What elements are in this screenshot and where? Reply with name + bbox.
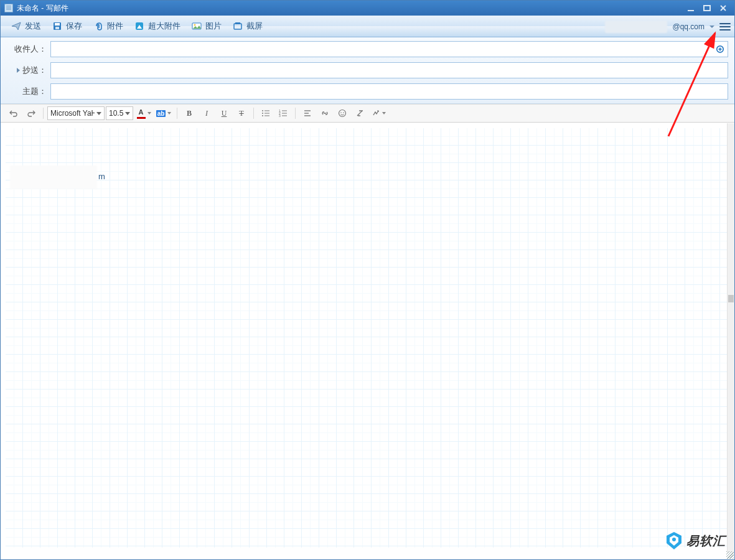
send-button[interactable]: 发送 xyxy=(6,18,47,34)
svg-rect-6 xyxy=(55,27,59,29)
bigattach-button[interactable]: 超大附件 xyxy=(129,18,186,34)
svg-rect-1 xyxy=(704,6,710,11)
cc-label-text: 抄送： xyxy=(22,65,47,76)
underline-button[interactable]: U xyxy=(216,106,232,120)
format-toolbar: Microsoft YaHei 10.5 A ab B I U T 123 xyxy=(1,104,734,123)
to-label: 收件人： xyxy=(7,44,50,55)
minimize-button[interactable] xyxy=(687,4,695,12)
font-family-combo[interactable]: Microsoft YaHei xyxy=(47,106,105,120)
paper-plane-icon xyxy=(11,21,21,31)
svg-rect-11 xyxy=(235,22,240,24)
compose-fields: 收件人： 抄送： 主题： xyxy=(1,37,734,104)
cc-label: 抄送： xyxy=(7,65,50,76)
window-controls xyxy=(687,4,732,12)
chevron-down-icon xyxy=(96,112,101,115)
account-domain: @qq.com xyxy=(672,22,705,31)
document-icon xyxy=(4,4,13,12)
more-format-button[interactable] xyxy=(369,106,388,120)
screenshot-button[interactable]: 截屏 xyxy=(227,18,268,34)
window-title: 未命名 - 写邮件 xyxy=(17,3,687,14)
send-label: 发送 xyxy=(25,21,41,32)
save-label: 保存 xyxy=(66,21,82,32)
svg-point-17 xyxy=(262,115,263,116)
screenshot-label: 截屏 xyxy=(246,21,263,32)
highlight-button[interactable]: ab xyxy=(154,106,173,120)
resize-grip[interactable] xyxy=(726,551,734,559)
svg-point-34 xyxy=(672,538,676,541)
subject-row: 主题： xyxy=(7,83,728,100)
separator xyxy=(177,108,177,119)
menu-button[interactable] xyxy=(719,22,731,31)
redo-button[interactable] xyxy=(23,106,39,120)
watermark-logo: 易软汇 xyxy=(665,531,726,551)
add-recipient-button[interactable] xyxy=(712,41,728,57)
cc-row: 抄送： xyxy=(7,62,728,78)
separator xyxy=(43,108,44,119)
svg-point-15 xyxy=(262,110,263,111)
separator xyxy=(253,108,254,119)
paperclip-icon xyxy=(93,21,103,31)
to-row: 收件人： xyxy=(7,41,728,57)
subject-input[interactable] xyxy=(50,83,728,100)
strike-button[interactable]: T xyxy=(233,106,250,120)
account-name-redacted xyxy=(605,21,667,33)
bold-button[interactable]: B xyxy=(181,106,197,120)
italic-button[interactable]: I xyxy=(199,106,215,120)
svg-point-16 xyxy=(262,113,263,114)
chevron-down-icon xyxy=(125,112,130,115)
attach-button[interactable]: 附件 xyxy=(88,18,129,34)
svg-point-9 xyxy=(194,24,196,26)
align-button[interactable] xyxy=(299,106,316,120)
toolbar-right: @qq.com xyxy=(605,16,731,37)
message-body[interactable]: m xyxy=(1,123,734,553)
scroll-thumb[interactable] xyxy=(728,295,734,302)
signature-tail: m xyxy=(98,172,105,181)
compose-window: 未命名 - 写邮件 发送 保存 附件 超大附件 图片 xyxy=(0,0,735,560)
account-dropdown-icon[interactable] xyxy=(709,24,714,29)
close-button[interactable] xyxy=(719,4,727,12)
to-input[interactable] xyxy=(50,41,713,57)
bigfile-icon xyxy=(134,21,144,31)
font-color-button[interactable]: A xyxy=(134,106,153,120)
svg-rect-10 xyxy=(234,24,241,29)
vertical-scrollbar[interactable] xyxy=(727,123,734,553)
save-icon xyxy=(52,21,62,31)
stationery-background xyxy=(6,128,727,548)
clear-format-button[interactable] xyxy=(352,106,368,120)
image-button[interactable]: 图片 xyxy=(186,18,227,34)
scissors-icon xyxy=(233,21,243,31)
picture-icon xyxy=(192,21,202,31)
font-size-combo[interactable]: 10.5 xyxy=(106,106,133,120)
watermark-text: 易软汇 xyxy=(686,533,726,549)
ul-button[interactable] xyxy=(258,106,274,120)
image-label: 图片 xyxy=(205,21,222,32)
subject-label: 主题： xyxy=(7,86,50,97)
font-family-value: Microsoft YaHei xyxy=(50,109,95,118)
ol-button[interactable]: 123 xyxy=(275,106,291,120)
font-size-value: 10.5 xyxy=(109,109,123,118)
separator xyxy=(295,108,296,119)
titlebar: 未命名 - 写邮件 xyxy=(1,1,734,16)
undo-button[interactable] xyxy=(6,106,22,120)
main-toolbar: 发送 保存 附件 超大附件 图片 截屏 @qq.com xyxy=(1,16,734,37)
svg-text:3: 3 xyxy=(279,114,281,118)
save-button[interactable]: 保存 xyxy=(47,18,88,34)
svg-point-30 xyxy=(339,110,346,117)
expand-cc-icon[interactable] xyxy=(17,68,20,73)
svg-rect-5 xyxy=(55,23,60,26)
svg-point-32 xyxy=(343,112,344,113)
maximize-button[interactable] xyxy=(703,4,711,12)
svg-point-31 xyxy=(340,112,342,113)
bigattach-label: 超大附件 xyxy=(148,21,180,32)
watermark-badge-icon xyxy=(665,531,683,551)
signature-redacted xyxy=(10,166,97,189)
cc-input[interactable] xyxy=(50,62,728,78)
link-button[interactable] xyxy=(317,106,333,120)
emoji-button[interactable] xyxy=(334,106,350,120)
attach-label: 附件 xyxy=(107,21,123,32)
